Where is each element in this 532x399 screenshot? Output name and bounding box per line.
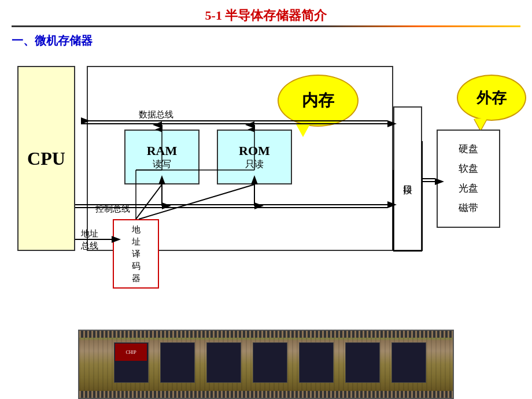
bubble-inner: 内存: [278, 75, 359, 127]
chip-pins-bottom: [79, 391, 453, 398]
data-bus-label: 数据总线: [139, 109, 173, 120]
title-area: 5-1 半导体存储器简介: [0, 0, 532, 29]
title-underline: [12, 25, 520, 27]
page-title: 5-1 半导体存储器简介: [0, 7, 532, 24]
bubble-inner-label: 内存: [302, 90, 334, 112]
chip-4: [253, 342, 287, 383]
ram-chip-visual: CHIP: [79, 331, 453, 398]
rom-sub: 只读: [245, 158, 264, 171]
chip-5: [299, 342, 334, 383]
control-bus-label: 控制总线: [95, 204, 130, 215]
subtitle: 一、微机存储器: [0, 29, 532, 52]
rom-label: ROM: [239, 143, 270, 158]
bubble-outer: 外存: [457, 75, 526, 121]
bubble-outer-label: 外存: [476, 88, 507, 108]
chip-7: [391, 342, 426, 383]
ram-label: RAM: [147, 143, 178, 158]
label-chip: CHIP: [115, 343, 147, 361]
rom-box: ROM 只读: [217, 130, 292, 184]
ram-chip-image: CHIP: [78, 330, 454, 399]
chip-2: [160, 342, 195, 383]
cpu-box: CPU: [17, 66, 75, 251]
addr-decoder-box: 地址译码器: [113, 219, 159, 289]
ram-sub: 读写: [153, 158, 171, 171]
ram-box: RAM 读写: [124, 130, 200, 184]
ext-storage-label: 硬盘软盘光盘磁带: [459, 139, 478, 218]
addr-decoder-label: 地址译码器: [132, 224, 141, 285]
chip-6: [345, 342, 380, 383]
cpu-label: CPU: [27, 148, 65, 169]
ext-storage-box: 硬盘软盘光盘磁带: [437, 130, 500, 228]
addr-bus-label: 地址总线: [81, 228, 98, 252]
diagram-area: CPU RAM 读写 ROM 只读 地址译码器 接口 硬盘软盘光盘磁带 内存 外…: [0, 54, 532, 303]
interface-box: 接口: [393, 106, 422, 251]
chip-pins-top: [79, 331, 453, 338]
interface-label: 接口: [401, 178, 415, 180]
chip-3: [206, 342, 241, 383]
